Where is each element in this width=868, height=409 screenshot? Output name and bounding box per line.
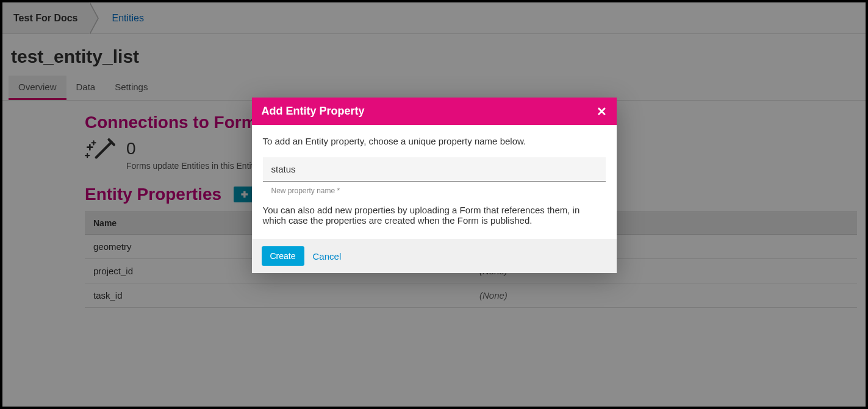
cancel-link[interactable]: Cancel	[313, 251, 342, 261]
modal-intro-text: To add an Entity property, choose a uniq…	[263, 136, 606, 146]
create-button[interactable]: Create	[262, 246, 304, 266]
modal-body: To add an Entity property, choose a uniq…	[252, 125, 617, 239]
close-icon[interactable]: ✕	[597, 105, 607, 118]
property-name-input[interactable]	[263, 157, 606, 182]
modal-header: Add Entity Property ✕	[252, 98, 617, 125]
modal-title: Add Entity Property	[262, 105, 365, 118]
modal-footer: Create Cancel	[252, 239, 617, 273]
input-label: New property name *	[263, 182, 606, 195]
modal-secondary-text: You can also add new properties by uploa…	[263, 205, 606, 226]
add-property-modal: Add Entity Property ✕ To add an Entity p…	[252, 98, 617, 273]
